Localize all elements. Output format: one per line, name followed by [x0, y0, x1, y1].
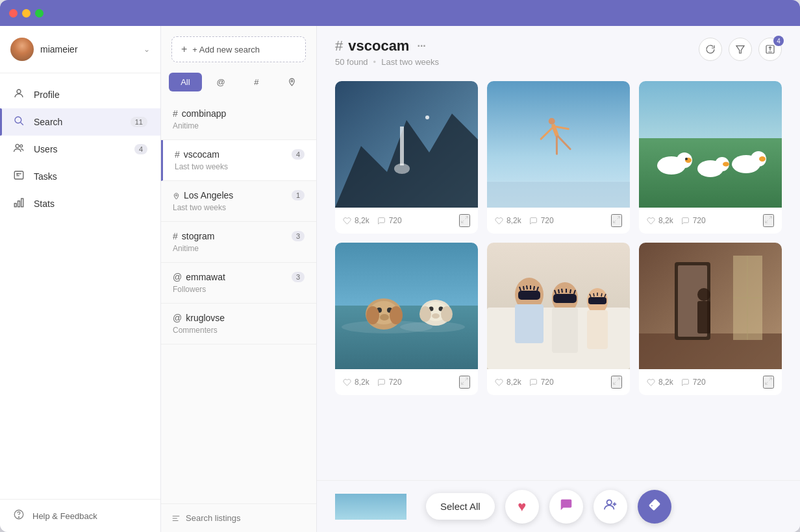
- chevron-down-icon: ⌄: [144, 45, 150, 54]
- svg-point-12: [18, 517, 19, 518]
- search-item-vscocam[interactable]: # vscocam 4 Last two weeks: [161, 140, 316, 181]
- emmawat-count: 3: [292, 272, 305, 282]
- tag-action-button[interactable]: [638, 490, 671, 524]
- filter-tab-all[interactable]: All: [169, 73, 202, 91]
- more-options-icon[interactable]: ···: [417, 40, 425, 52]
- svg-point-26: [425, 115, 429, 119]
- sidebar-item-label: Search: [34, 117, 121, 127]
- expand-button[interactable]: [459, 214, 470, 227]
- svg-point-61: [366, 306, 379, 324]
- add-search-button[interactable]: + + Add new search: [171, 36, 306, 62]
- svg-line-51: [769, 217, 772, 219]
- comments-count: 720: [541, 216, 554, 225]
- svg-line-111: [769, 378, 772, 381]
- search-item-stogram[interactable]: # stogram 3 Anitime: [161, 222, 316, 263]
- stogram-count: 3: [292, 231, 305, 241]
- svg-line-39: [614, 221, 616, 223]
- filter-button[interactable]: [729, 38, 752, 61]
- svg-rect-24: [400, 127, 404, 165]
- expand-button[interactable]: [459, 376, 470, 389]
- svg-point-60: [380, 314, 389, 320]
- svg-point-13: [291, 80, 293, 82]
- image-card-6: 8,2k 720: [639, 243, 782, 395]
- svg-line-112: [766, 382, 768, 385]
- likes-count: 8,2k: [658, 216, 673, 225]
- user-header[interactable]: miameier ⌄: [0, 26, 160, 73]
- search-listings-footer[interactable]: Search listings: [161, 503, 316, 532]
- tasks-icon: [13, 169, 25, 184]
- bottom-bar: Select All ♥: [317, 480, 800, 532]
- select-all-button[interactable]: Select All: [426, 493, 495, 520]
- sidebar: miameier ⌄ Profile: [0, 26, 161, 532]
- search-listings-label: Search listings: [186, 513, 241, 523]
- comments-count: 720: [389, 216, 402, 225]
- svg-point-25: [394, 163, 410, 174]
- search-item-combinapp[interactable]: # combinapp Anitime: [161, 99, 316, 140]
- svg-point-68: [419, 306, 431, 322]
- comment-stat: 720: [529, 378, 554, 387]
- sidebar-item-users[interactable]: Users 4: [0, 136, 160, 163]
- svg-point-44: [685, 158, 688, 160]
- image-footer: 8,2k 720: [335, 208, 478, 234]
- expand-button[interactable]: [763, 376, 774, 389]
- svg-rect-40: [639, 81, 782, 208]
- sidebar-item-label: Profile: [34, 90, 147, 100]
- close-button[interactable]: [9, 9, 18, 18]
- svg-rect-85: [553, 294, 577, 303]
- filter-tab-location[interactable]: [275, 73, 308, 91]
- sidebar-item-label: Stats: [34, 199, 147, 209]
- comments-count: 720: [693, 378, 706, 387]
- likes-count: 8,2k: [506, 216, 521, 225]
- svg-rect-30: [487, 182, 630, 208]
- likes-count: 8,2k: [355, 216, 369, 225]
- sidebar-item-tasks[interactable]: Tasks: [0, 163, 160, 190]
- search-item-sub: Commenters: [173, 326, 305, 335]
- heart-action-button[interactable]: ♥: [505, 490, 539, 524]
- image-footer: 8,2k 720: [639, 208, 782, 234]
- sidebar-item-profile[interactable]: Profile: [0, 81, 160, 108]
- expand-button[interactable]: [763, 214, 774, 227]
- svg-line-101: [614, 382, 616, 385]
- export-button[interactable]: 4: [758, 38, 782, 61]
- titlebar: [0, 0, 800, 26]
- found-count: 50 found: [335, 57, 368, 67]
- sidebar-item-stats[interactable]: Stats: [0, 190, 160, 217]
- maximize-button[interactable]: [35, 9, 44, 18]
- filter-tab-hash[interactable]: #: [240, 73, 273, 91]
- sidebar-item-search[interactable]: Search 11: [0, 108, 160, 136]
- search-item-kruglovse[interactable]: @ kruglovse Commenters: [161, 304, 316, 345]
- comment-icon: [559, 498, 573, 515]
- svg-rect-84: [552, 308, 578, 353]
- sidebar-item-label: Tasks: [34, 171, 147, 182]
- svg-line-98: [601, 293, 602, 296]
- search-list: # combinapp Anitime # vscocam 4: [161, 99, 316, 503]
- svg-line-52: [766, 221, 768, 223]
- expand-button[interactable]: [611, 376, 622, 389]
- image-card-5: 8,2k 720: [487, 243, 630, 395]
- image-card-4: 8,2k 720: [335, 243, 478, 395]
- traffic-lights: [9, 9, 44, 18]
- filter-tab-at[interactable]: @: [205, 73, 238, 91]
- svg-line-100: [618, 378, 620, 381]
- image-thumb-4: [335, 243, 478, 369]
- bottom-preview: [335, 481, 406, 532]
- follow-action-button[interactable]: [594, 490, 627, 524]
- svg-line-70: [466, 378, 468, 381]
- refresh-button[interactable]: [699, 38, 722, 61]
- add-search-label: + Add new search: [192, 45, 260, 54]
- svg-marker-18: [736, 46, 744, 53]
- like-stat: 8,2k: [343, 378, 369, 387]
- app-body: miameier ⌄ Profile: [0, 26, 800, 532]
- svg-line-88: [562, 289, 562, 293]
- search-item-sub: Followers: [173, 285, 305, 294]
- search-badge: 11: [131, 117, 147, 127]
- follow-icon: [603, 498, 618, 515]
- image-thumb-3: [639, 81, 782, 208]
- help-feedback-item[interactable]: Help & Feedback: [0, 499, 160, 532]
- svg-line-27: [466, 217, 468, 219]
- minimize-button[interactable]: [22, 9, 31, 18]
- search-item-emmawat[interactable]: @ emmawat 3 Followers: [161, 263, 316, 304]
- comment-action-button[interactable]: [549, 490, 583, 524]
- search-item-losangeles[interactable]: Los Angeles 1 Last two weeks: [161, 181, 316, 222]
- expand-button[interactable]: [611, 214, 622, 227]
